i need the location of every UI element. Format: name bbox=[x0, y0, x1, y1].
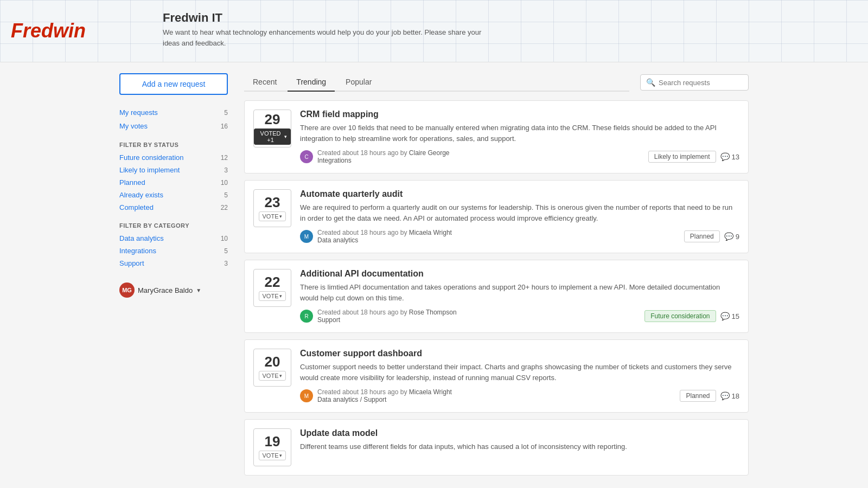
author-name: Micaela Wright bbox=[409, 229, 452, 236]
user-profile[interactable]: MG MaryGrace Baldo ▼ bbox=[119, 282, 228, 298]
card-description: Customer support needs to better underst… bbox=[300, 362, 739, 383]
vote-box: 20 VOTE ▾ bbox=[253, 349, 291, 387]
vote-button[interactable]: VOTE ▾ bbox=[259, 371, 286, 381]
request-card: 20 VOTE ▾ Customer support dashboard Cus… bbox=[244, 339, 749, 413]
card-description: Different teams use different fields for… bbox=[300, 441, 739, 452]
comment-icon: 💬 bbox=[720, 152, 730, 161]
card-meta: C Created about 18 hours ago by Claire G… bbox=[300, 149, 739, 164]
avatar: M bbox=[300, 389, 313, 402]
filter-data-analytics[interactable]: Data analytics 10 bbox=[119, 232, 228, 245]
comments-count: 💬13 bbox=[720, 152, 739, 161]
tab-bar: Recent Trending Popular bbox=[244, 73, 629, 92]
card-meta-text: Created about 18 hours ago by Claire Geo… bbox=[317, 149, 450, 164]
card-category: Data analytics / Support bbox=[317, 396, 386, 403]
avatar: R bbox=[300, 310, 313, 323]
vote-count: 20 bbox=[265, 355, 280, 369]
card-meta-left: C Created about 18 hours ago by Claire G… bbox=[300, 149, 450, 164]
vote-box: 22 VOTE ▾ bbox=[253, 269, 291, 307]
chevron-down-icon: ▾ bbox=[279, 293, 282, 299]
chevron-down-icon: ▾ bbox=[284, 134, 287, 139]
page-title: Fredwin IT bbox=[163, 11, 499, 25]
status-badge: Planned bbox=[680, 390, 716, 402]
vote-button[interactable]: VOTE ▾ bbox=[259, 211, 286, 221]
tab-trending[interactable]: Trending bbox=[288, 73, 335, 92]
sidebar-item-my-requests[interactable]: My requests 5 bbox=[119, 106, 228, 119]
card-description: There is limtied API documentation and t… bbox=[300, 282, 739, 303]
vote-count: 19 bbox=[265, 434, 280, 448]
filter-support[interactable]: Support 3 bbox=[119, 257, 228, 269]
vote-box: 19 VOTE ▾ bbox=[253, 428, 291, 466]
card-title[interactable]: CRM field mapping bbox=[300, 110, 739, 119]
card-title[interactable]: Automate quarterly audit bbox=[300, 189, 739, 199]
card-meta-right: Likely to implement 💬13 bbox=[648, 151, 739, 163]
filter-already-exists[interactable]: Already exists 5 bbox=[119, 189, 228, 201]
card-meta-right: Planned 💬9 bbox=[684, 230, 739, 242]
request-card: 19 VOTE ▾ Update data model Different te… bbox=[244, 419, 749, 476]
page-subtitle: We want to hear what technology enhancem… bbox=[163, 27, 499, 48]
main-content: Recent Trending Popular 🔍 29 VOTED +1 ▾ … bbox=[244, 73, 749, 482]
vote-button[interactable]: VOTED +1 ▾ bbox=[254, 129, 291, 145]
filter-completed[interactable]: Completed 22 bbox=[119, 201, 228, 214]
card-meta-right: Planned 💬18 bbox=[680, 390, 739, 402]
search-input[interactable] bbox=[659, 79, 743, 87]
card-meta-left: M Created about 18 hours ago by Micaela … bbox=[300, 388, 452, 403]
vote-count: 29 bbox=[265, 112, 280, 126]
card-description: There are over 10 fields that need to be… bbox=[300, 123, 739, 144]
tab-popular[interactable]: Popular bbox=[337, 73, 380, 92]
card-title[interactable]: Additional API documentation bbox=[300, 269, 739, 279]
comment-icon: 💬 bbox=[724, 232, 733, 241]
card-category: Support bbox=[317, 316, 340, 324]
card-body: Automate quarterly audit We are required… bbox=[300, 189, 739, 244]
author-name: Micaela Wright bbox=[409, 388, 452, 396]
status-badge: Likely to implement bbox=[648, 151, 716, 163]
card-meta-text: Created about 18 hours ago by Rose Thomp… bbox=[317, 309, 457, 324]
card-body: Additional API documentation There is li… bbox=[300, 269, 739, 324]
sidebar: Add a new request My requests 5 My votes… bbox=[119, 73, 228, 482]
avatar: M bbox=[300, 230, 313, 243]
request-card: 23 VOTE ▾ Automate quarterly audit We ar… bbox=[244, 180, 749, 253]
card-body: CRM field mapping There are over 10 fiel… bbox=[300, 110, 739, 164]
card-meta: M Created about 18 hours ago by Micaela … bbox=[300, 388, 739, 403]
chevron-down-icon: ▾ bbox=[279, 453, 282, 458]
vote-count: 22 bbox=[265, 275, 280, 289]
request-card: 22 VOTE ▾ Additional API documentation T… bbox=[244, 260, 749, 333]
vote-button[interactable]: VOTE ▾ bbox=[259, 451, 286, 460]
card-meta: M Created about 18 hours ago by Micaela … bbox=[300, 229, 739, 244]
card-meta-left: M Created about 18 hours ago by Micaela … bbox=[300, 229, 452, 244]
sidebar-item-my-votes[interactable]: My votes 16 bbox=[119, 119, 228, 133]
status-badge: Planned bbox=[684, 230, 720, 242]
chevron-down-icon: ▾ bbox=[279, 214, 282, 219]
card-meta-text: Created about 18 hours ago by Micaela Wr… bbox=[317, 388, 452, 403]
chevron-down-icon: ▾ bbox=[279, 373, 282, 378]
filter-by-status-title: FILTER BY STATUS bbox=[119, 142, 228, 148]
user-avatar: MG bbox=[119, 282, 135, 298]
card-meta-right: Future consideration 💬15 bbox=[644, 310, 739, 322]
page-header: Fredwin Fredwin IT We want to hear what … bbox=[0, 0, 868, 62]
card-body: Customer support dashboard Customer supp… bbox=[300, 349, 739, 403]
card-category: Data analytics bbox=[317, 236, 358, 244]
card-category: Integrations bbox=[317, 157, 352, 164]
card-title[interactable]: Customer support dashboard bbox=[300, 349, 739, 358]
filter-likely-to-implement[interactable]: Likely to implement 3 bbox=[119, 164, 228, 176]
requests-list: 29 VOTED +1 ▾ CRM field mapping There ar… bbox=[244, 100, 749, 476]
add-request-button[interactable]: Add a new request bbox=[119, 73, 228, 95]
status-badge: Future consideration bbox=[644, 310, 716, 322]
card-description: We are required to perform a quarterly a… bbox=[300, 202, 739, 223]
user-name: MaryGrace Baldo bbox=[138, 286, 193, 294]
search-box[interactable]: 🔍 bbox=[640, 74, 749, 91]
filter-by-category-title: FILTER BY CATEGORY bbox=[119, 222, 228, 229]
filter-integrations[interactable]: Integrations 5 bbox=[119, 245, 228, 257]
card-meta-text: Created about 18 hours ago by Micaela Wr… bbox=[317, 229, 452, 244]
filter-future-consideration[interactable]: Future consideration 12 bbox=[119, 151, 228, 164]
author-name: Claire George bbox=[409, 149, 450, 157]
vote-box: 29 VOTED +1 ▾ bbox=[253, 110, 291, 147]
card-title[interactable]: Update data model bbox=[300, 428, 739, 438]
card-meta-left: R Created about 18 hours ago by Rose Tho… bbox=[300, 309, 457, 324]
request-card: 29 VOTED +1 ▾ CRM field mapping There ar… bbox=[244, 100, 749, 174]
filter-planned[interactable]: Planned 10 bbox=[119, 176, 228, 189]
card-meta: R Created about 18 hours ago by Rose Tho… bbox=[300, 309, 739, 324]
vote-button[interactable]: VOTE ▾ bbox=[259, 291, 286, 301]
chevron-down-icon: ▼ bbox=[196, 287, 201, 293]
avatar: C bbox=[300, 150, 313, 163]
tab-recent[interactable]: Recent bbox=[244, 73, 285, 92]
